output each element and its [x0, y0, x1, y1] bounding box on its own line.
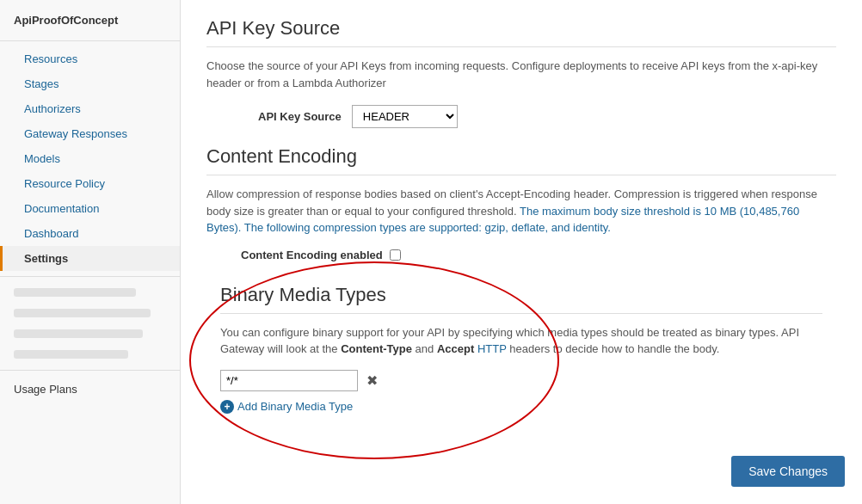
content-encoding-checkbox[interactable] [390, 249, 401, 261]
api-key-source-field-row: API Key Source HEADER AUTHORIZER [206, 105, 836, 128]
media-type-input-row: ✖ [220, 370, 822, 391]
accept-bold: Accept [437, 342, 474, 355]
save-button-container: Save Changes [731, 456, 845, 487]
add-binary-media-type-link[interactable]: + Add Binary Media Type [220, 400, 822, 414]
content-encoding-divider [206, 175, 836, 175]
media-type-input[interactable] [220, 370, 358, 391]
content-encoding-checkbox-label: Content Encoding enabled [241, 249, 383, 261]
sidebar-item-documentation[interactable]: Documentation [0, 196, 180, 221]
sidebar-blurred-3 [0, 325, 180, 342]
sidebar-blurred-4 [0, 346, 180, 363]
sidebar-divider-2 [0, 276, 180, 277]
binary-media-types-divider [220, 313, 822, 314]
sidebar-item-settings[interactable]: Settings [0, 246, 180, 271]
sidebar-usage-plans[interactable]: Usage Plans [0, 376, 180, 403]
api-key-source-label: API Key Source [258, 110, 342, 123]
http-link[interactable]: HTTP [477, 342, 507, 355]
binary-desc-part3: HTTP headers to decide how to handle the… [474, 342, 719, 355]
content-encoding-desc: Allow compression of response bodies bas… [206, 186, 836, 237]
sidebar: ApiProofOfConcept Resources Stages Autho… [0, 0, 181, 504]
sidebar-item-dashboard[interactable]: Dashboard [0, 221, 180, 246]
api-key-source-select[interactable]: HEADER AUTHORIZER [352, 105, 458, 128]
binary-desc-part2: and [412, 342, 437, 355]
save-changes-button[interactable]: Save Changes [731, 456, 845, 487]
remove-media-type-button[interactable]: ✖ [363, 372, 381, 389]
sidebar-item-authorizers[interactable]: Authorizers [0, 96, 180, 121]
api-key-source-title: API Key Source [206, 17, 836, 40]
sidebar-item-stages[interactable]: Stages [0, 71, 180, 96]
sidebar-divider [0, 40, 180, 41]
binary-media-types-title: Binary Media Types [220, 284, 822, 306]
content-encoding-section: Content Encoding Allow compression of re… [206, 145, 836, 261]
sidebar-item-resources[interactable]: Resources [0, 46, 180, 71]
sidebar-item-gateway-responses[interactable]: Gateway Responses [0, 121, 180, 146]
add-circle-icon: + [220, 400, 234, 414]
sidebar-item-models[interactable]: Models [0, 146, 180, 171]
sidebar-blurred-1 [0, 284, 180, 301]
sidebar-blurred-2 [0, 304, 180, 322]
sidebar-title: ApiProofOfConcept [0, 9, 180, 35]
sidebar-divider-3 [0, 370, 180, 371]
api-key-source-desc: Choose the source of your API Keys from … [206, 58, 836, 91]
binary-media-types-desc: You can configure binary support for you… [220, 324, 822, 358]
binary-media-types-section: Binary Media Types You can configure bin… [206, 270, 836, 427]
content-encoding-title: Content Encoding [206, 145, 836, 168]
api-key-source-divider [206, 46, 836, 47]
sidebar-item-resource-policy[interactable]: Resource Policy [0, 171, 180, 196]
content-encoding-checkbox-row: Content Encoding enabled [206, 249, 836, 261]
api-key-source-section: API Key Source Choose the source of your… [206, 17, 836, 128]
add-binary-media-type-label: Add Binary Media Type [237, 400, 353, 413]
content-type-bold: Content-Type [341, 342, 412, 355]
main-content: API Key Source Choose the source of your… [181, 0, 862, 504]
